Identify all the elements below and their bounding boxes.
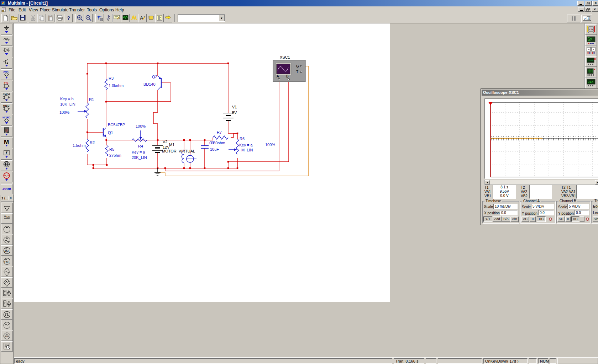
channel-b-yposition-field[interactable]: 0.0 xyxy=(575,210,589,215)
run-switch[interactable]: oI xyxy=(581,15,592,22)
wattmeter-button[interactable] xyxy=(585,46,597,56)
xsc1-component[interactable] xyxy=(273,60,305,82)
rf-group-button[interactable] xyxy=(1,160,12,171)
help-button[interactable]: ? xyxy=(64,14,73,22)
simulate-button[interactable] xyxy=(121,14,130,22)
chevron-down-icon[interactable]: ▼ xyxy=(219,15,225,21)
ba-mode-button[interactable]: B/A xyxy=(502,216,510,222)
clock-source-button[interactable] xyxy=(1,341,13,352)
channel-b-dc-button[interactable]: DC xyxy=(571,216,579,222)
misc-digital-group-button[interactable]: MISC xyxy=(1,103,12,114)
controls-group-button[interactable]: f xyxy=(1,149,12,160)
menu-simulate[interactable]: Simulate xyxy=(51,7,70,13)
trigger-single-button[interactable]: Sing. xyxy=(593,216,598,222)
menu-transfer[interactable]: Transfer xyxy=(68,7,86,13)
paste-button[interactable] xyxy=(46,14,54,22)
menu-options[interactable]: Options xyxy=(98,7,115,13)
fm-source-button[interactable]: FM xyxy=(1,256,13,266)
scroll-right-icon[interactable]: ► xyxy=(595,180,598,184)
word-generator-button[interactable]: 01X xyxy=(585,77,597,88)
instruments-button[interactable] xyxy=(112,14,121,22)
oscilloscope-window[interactable]: Oscilloscope-XSC1 ◄ ► T1 VA1 VB1 8.1 s9.… xyxy=(481,89,598,225)
channel-b-scale-field[interactable]: 5 V/Div xyxy=(567,204,589,209)
analog-group-button[interactable]: ANA xyxy=(1,69,12,80)
menu-view[interactable]: View xyxy=(27,7,40,13)
timebase-scale-field[interactable]: 10 ms/Div xyxy=(493,204,518,209)
controlled-source-button[interactable] xyxy=(1,277,13,288)
menu-place[interactable]: Place xyxy=(38,7,52,13)
copy-button[interactable] xyxy=(37,14,46,22)
mixed-group-button[interactable]: MIXED xyxy=(1,115,12,125)
component-browser-button[interactable] xyxy=(95,14,104,22)
channel-b-0-button[interactable]: 0 xyxy=(565,216,571,222)
open-button[interactable] xyxy=(10,14,19,22)
ab-mode-button[interactable]: A/B xyxy=(510,216,519,222)
triangle-source-button[interactable] xyxy=(1,320,13,330)
zoom-out-button[interactable] xyxy=(84,14,93,22)
close-icon[interactable]: × xyxy=(9,196,13,200)
scroll-left-icon[interactable]: ◄ xyxy=(485,180,490,184)
vdd-source-button[interactable]: VDD xyxy=(1,213,13,224)
electromechanical-group-button[interactable] xyxy=(1,172,12,182)
app-restore-button[interactable] xyxy=(585,1,592,6)
function-generator-button[interactable] xyxy=(585,35,597,46)
ground-source-button[interactable] xyxy=(1,203,13,213)
menu-help[interactable]: Help xyxy=(114,7,126,13)
channel-a-yposition-field[interactable]: 0.0 xyxy=(538,210,554,215)
edaparts-button[interactable]: .com xyxy=(1,184,12,194)
add-mode-button[interactable]: Add xyxy=(493,216,502,222)
transfer-button[interactable] xyxy=(164,14,172,22)
bode-plotter-button[interactable] xyxy=(585,67,597,77)
app-minimize-button[interactable] xyxy=(577,1,584,6)
misc-group-button[interactable]: M xyxy=(1,138,12,148)
pause-button[interactable] xyxy=(567,15,580,22)
oscilloscope-window-title[interactable]: Oscilloscope-XSC1 xyxy=(482,90,598,96)
ac-current-source-button[interactable] xyxy=(1,235,13,245)
menu-edit[interactable]: Edit xyxy=(17,7,27,13)
scope-scrollbar[interactable]: ◄ ► xyxy=(484,180,598,185)
print-button[interactable] xyxy=(56,14,64,22)
channel-a-dc-button[interactable]: DC xyxy=(537,216,546,222)
doc-minimize-button[interactable] xyxy=(578,7,584,12)
doc-restore-button[interactable] xyxy=(585,7,591,12)
channel-a-0-button[interactable]: 0 xyxy=(530,216,536,222)
in-use-list-combobox[interactable]: ▼ xyxy=(178,14,225,22)
reports-button[interactable] xyxy=(155,14,164,22)
transistor-group-button[interactable] xyxy=(1,58,12,69)
schematic-canvas[interactable]: Key = b 10K_LIN 100% R1 R3 1.0kohm Q2 BD… xyxy=(14,23,390,302)
menu-tools[interactable]: Tools xyxy=(85,7,98,13)
component-edit-button[interactable] xyxy=(147,14,155,22)
new-button[interactable] xyxy=(1,14,10,22)
controlled-voltage-source-button[interactable] xyxy=(1,288,13,298)
channel-a-scale-field[interactable]: 5 V/Div xyxy=(531,204,554,209)
yt-mode-button[interactable]: Y/T xyxy=(483,216,492,222)
timebase-xposition-field[interactable]: 0.0 xyxy=(500,210,518,215)
pwl-source-button[interactable]: PWL xyxy=(1,331,13,341)
cut-button[interactable] xyxy=(29,14,37,22)
diode-group-button[interactable] xyxy=(1,47,12,57)
zoom-in-button[interactable] xyxy=(75,14,84,22)
controlled-current-source-button[interactable] xyxy=(1,299,13,309)
am-source-button[interactable]: AM xyxy=(1,245,13,256)
cmos-group-button[interactable]: CMOS xyxy=(1,92,12,103)
virtual-wire-button[interactable] xyxy=(104,14,112,22)
controlled-sine-source-button[interactable] xyxy=(1,267,13,277)
scope-ground-wire[interactable] xyxy=(158,66,309,176)
multimeter-button[interactable] xyxy=(585,24,597,35)
annotation-button[interactable]: A xyxy=(138,14,147,22)
basic-group-button[interactable] xyxy=(1,35,12,46)
pulse-source-button[interactable] xyxy=(1,309,13,320)
app-close-button[interactable]: × xyxy=(592,1,598,6)
channel-b-ac-button[interactable]: AC xyxy=(557,216,565,222)
analysis-button[interactable] xyxy=(130,14,138,22)
sources-group-button[interactable] xyxy=(1,24,12,34)
ttl-group-button[interactable]: TTL xyxy=(1,81,12,91)
save-button[interactable] xyxy=(19,14,27,22)
oscilloscope-button[interactable] xyxy=(585,56,597,67)
dc-current-source-button[interactable] xyxy=(1,224,13,234)
doc-close-button[interactable]: × xyxy=(592,7,598,12)
channel-a-ac-button[interactable]: AC xyxy=(521,216,529,222)
channel-b-minus-button[interactable]: - xyxy=(580,216,584,222)
menu-file[interactable]: File xyxy=(7,7,17,13)
indicators-group-button[interactable]: 8 xyxy=(1,126,12,137)
